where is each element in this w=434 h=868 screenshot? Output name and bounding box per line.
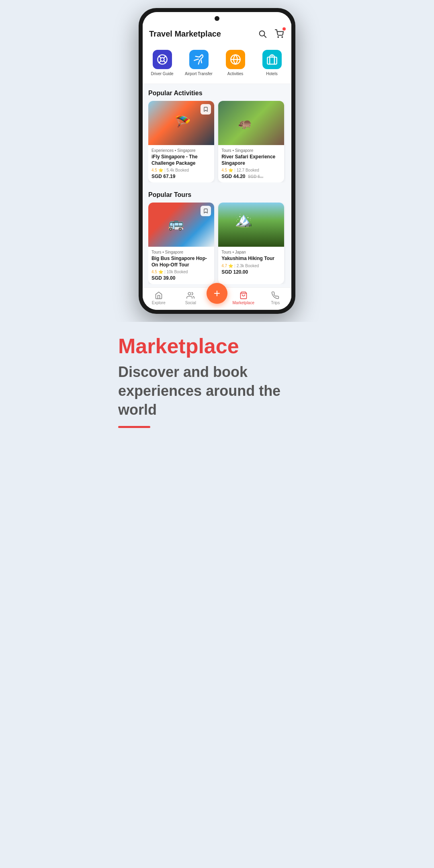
marketplace-icon xyxy=(239,291,248,300)
yakushima-subtitle: Tours • Japan xyxy=(221,250,281,254)
marketplace-heading: Marketplace xyxy=(118,334,316,358)
phone-camera xyxy=(215,16,219,21)
trips-icon xyxy=(271,291,280,300)
app-content: Travel Marketplace xyxy=(143,23,291,310)
fab-icon: + xyxy=(214,288,220,299)
ifly-price: SGD 67.19 xyxy=(151,174,211,179)
popular-activities-section: Popular Activities xyxy=(143,84,291,186)
svg-line-7 xyxy=(164,61,166,63)
ifly-subtitle: Experiences • Singapore xyxy=(151,148,211,153)
card-yakushima[interactable]: Tours • Japan Yakushima Hiking Tour 4.7 … xyxy=(218,203,284,284)
nav-trips[interactable]: Trips xyxy=(260,291,292,305)
card-river-safari-image xyxy=(218,101,284,145)
card-big-bus-image xyxy=(148,203,214,247)
header-actions xyxy=(257,28,285,39)
social-label: Social xyxy=(185,301,196,305)
card-ifly-body: Experiences • Singapore iFly Singapore -… xyxy=(148,145,214,182)
svg-line-1 xyxy=(264,36,266,38)
river-safari-original-price: SGD 6... xyxy=(248,174,263,179)
phone-notch xyxy=(143,12,291,23)
card-ifly[interactable]: Experiences • Singapore iFly Singapore -… xyxy=(148,101,214,182)
svg-point-0 xyxy=(260,31,265,36)
popular-tours-title: Popular Tours xyxy=(148,191,286,199)
popular-tours-section: Popular Tours Tour xyxy=(143,186,291,287)
card-yakushima-image xyxy=(218,203,284,247)
card-big-bus-body: Tours • Singapore Big Bus Singapore Hop-… xyxy=(148,247,214,284)
app-title: Travel Marketplace xyxy=(149,29,221,39)
ifly-bookmark[interactable] xyxy=(201,104,211,115)
driver-guide-icon xyxy=(153,50,172,69)
explore-icon xyxy=(154,291,163,300)
phone-screen: Travel Marketplace xyxy=(143,12,291,310)
trips-label: Trips xyxy=(271,301,280,305)
svg-line-8 xyxy=(164,56,166,58)
activities-label: Activities xyxy=(227,72,243,76)
app-header: Travel Marketplace xyxy=(143,23,291,44)
activities-icon xyxy=(226,50,245,69)
big-bus-bookmark[interactable] xyxy=(201,206,211,216)
card-river-safari[interactable]: Tours • Singapore River Safari Experienc… xyxy=(218,101,284,182)
big-bus-price: SGD 39.00 xyxy=(151,275,211,281)
big-bus-rating: 4.5 ⭐ | 10k Booked xyxy=(151,270,211,274)
yakushima-title: Yakushima Hiking Tour xyxy=(221,256,281,262)
below-phone-inner: Marketplace Discover and book experience… xyxy=(118,334,316,428)
yakushima-price: SGD 120.00 xyxy=(221,269,281,275)
card-ifly-image xyxy=(148,101,214,145)
hotels-icon xyxy=(262,50,282,69)
fab-button[interactable]: + xyxy=(207,283,227,304)
svg-point-3 xyxy=(282,37,283,37)
svg-rect-12 xyxy=(267,57,276,64)
category-hotels[interactable]: Hotels xyxy=(254,47,290,79)
popular-activities-title: Popular Activities xyxy=(148,90,286,97)
phone-shell: Travel Marketplace xyxy=(139,8,295,314)
search-button[interactable] xyxy=(257,28,268,39)
svg-line-6 xyxy=(159,56,161,58)
big-bus-subtitle: Tours • Singapore xyxy=(151,250,211,254)
river-safari-price: SGD 44.20 SGD 6... xyxy=(221,174,281,179)
nav-social[interactable]: Social xyxy=(175,291,207,305)
svg-point-14 xyxy=(188,293,191,295)
category-activities[interactable]: Activities xyxy=(217,47,253,79)
card-river-safari-body: Tours • Singapore River Safari Experienc… xyxy=(218,145,284,182)
social-icon xyxy=(186,291,195,300)
river-safari-rating: 4.5 ⭐ | 12.7 Booked xyxy=(221,168,281,172)
bottom-nav: Explore Social xyxy=(143,287,291,310)
river-safari-subtitle: Tours • Singapore xyxy=(221,148,281,153)
airport-transfer-label: Airport Transfer xyxy=(185,72,213,76)
nav-explore[interactable]: Explore xyxy=(143,291,175,305)
below-phone-section: Marketplace Discover and book experience… xyxy=(108,322,326,444)
explore-label: Explore xyxy=(152,301,166,305)
big-bus-title: Big Bus Singapore Hop-On Hop-Off Tour xyxy=(151,256,211,268)
card-big-bus[interactable]: Tours • Singapore Big Bus Singapore Hop-… xyxy=(148,203,214,284)
ifly-title: iFly Singapore - The Challenge Package xyxy=(151,154,211,166)
tours-cards-row: Tours • Singapore Big Bus Singapore Hop-… xyxy=(148,203,286,284)
svg-line-9 xyxy=(159,61,161,63)
svg-point-2 xyxy=(278,37,278,37)
red-accent-bar xyxy=(118,426,150,428)
marketplace-label: Marketplace xyxy=(233,301,254,305)
ifly-rating: 4.5 ⭐ | 5.4k Booked xyxy=(151,168,211,172)
marketplace-description: Discover and book experiences around the… xyxy=(118,363,316,419)
airport-transfer-icon xyxy=(189,50,209,69)
category-airport-transfer[interactable]: Airport Transfer xyxy=(181,47,217,79)
driver-guide-label: Driver Guide xyxy=(151,72,173,76)
activities-cards-row: Experiences • Singapore iFly Singapore -… xyxy=(148,101,286,182)
categories-row: Driver Guide Airport Transfer xyxy=(143,44,291,84)
hotels-label: Hotels xyxy=(266,72,277,76)
nav-marketplace[interactable]: Marketplace xyxy=(227,291,260,305)
river-safari-title: River Safari Experience Singapore xyxy=(221,154,281,166)
cart-badge xyxy=(283,27,286,31)
cart-button[interactable] xyxy=(274,28,285,39)
category-driver-guide[interactable]: Driver Guide xyxy=(144,47,180,79)
yakushima-rating: 4.7 ⭐ | 2.3k Booked xyxy=(221,264,281,268)
card-yakushima-body: Tours • Japan Yakushima Hiking Tour 4.7 … xyxy=(218,247,284,278)
